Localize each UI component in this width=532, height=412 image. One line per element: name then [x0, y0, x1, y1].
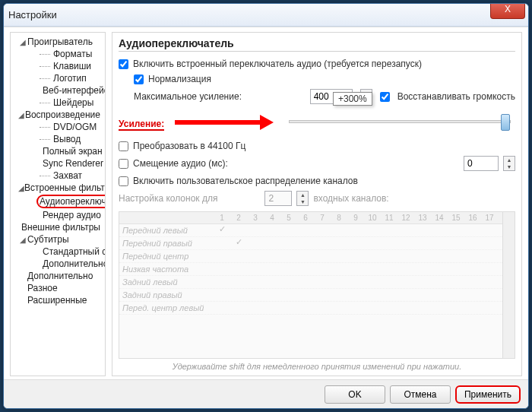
ok-button[interactable]: OK: [325, 385, 385, 404]
slider-thumb[interactable]: [501, 114, 510, 131]
normalize-label: Нормализация: [148, 74, 211, 84]
tree-advanced[interactable]: Расширенные: [18, 294, 105, 306]
normalize-checkbox[interactable]: [134, 74, 144, 84]
audio-offset-spinner[interactable]: ▲▼: [503, 156, 515, 171]
body: ◢Проигрыватель Форматы Клавиши Логотип В…: [4, 27, 528, 379]
tree-subtitles[interactable]: ◢Субтитры: [18, 233, 105, 246]
window-title: Настройки: [8, 9, 57, 21]
tree-formats[interactable]: Форматы: [18, 48, 105, 60]
spin-up-icon: ▲: [504, 157, 515, 163]
cancel-button[interactable]: Отмена: [390, 385, 451, 404]
tree-sync[interactable]: Sync Renderer: [18, 157, 105, 170]
dialog-buttons: OK Отмена Применить: [4, 379, 528, 408]
apply-button[interactable]: Применить: [455, 385, 521, 404]
sidebar-tree[interactable]: ◢Проигрыватель Форматы Клавиши Логотип В…: [10, 32, 106, 376]
scrollbar[interactable]: [502, 212, 515, 358]
table-row: Перед. центр левый: [119, 302, 515, 315]
cols-suffix: входных каналов:: [313, 193, 388, 204]
audio-offset-input[interactable]: [464, 156, 499, 171]
user-layout-label: Включить пользовательское распределение …: [133, 176, 358, 186]
tree-render-audio[interactable]: Рендер аудио: [18, 209, 105, 221]
panel-heading: Аудиопереключатель: [119, 37, 515, 52]
collapse-icon[interactable]: ◢: [18, 236, 27, 244]
collapse-icon[interactable]: ◢: [18, 111, 25, 119]
cols-spinner: ▲▼: [296, 191, 309, 206]
convert-44100-label: Преобразовать в 44100 Гц: [133, 141, 245, 151]
tree-std-style[interactable]: Стандартный стиль: [18, 246, 105, 258]
settings-panel: Аудиопереключатель Включить встроенный п…: [112, 32, 522, 376]
hint-text: Удерживайте shift для немедленного приня…: [119, 362, 515, 371]
spin-up-icon: ▲: [297, 192, 308, 198]
close-button[interactable]: X: [490, 3, 525, 19]
tree-extra2[interactable]: Дополнительно: [18, 270, 105, 282]
collapse-icon[interactable]: ◢: [18, 184, 24, 192]
tree-misc[interactable]: Разное: [18, 282, 105, 294]
cols-input: [264, 191, 292, 206]
tree-ext-filters[interactable]: Внешние фильтры: [18, 221, 105, 233]
tree-web[interactable]: Веб-интерфейс: [18, 84, 105, 97]
settings-window: Настройки X ◢Проигрыватель Форматы Клави…: [3, 3, 529, 409]
tree-dvd[interactable]: DVD/OGM: [18, 121, 105, 133]
cols-label: Настройка колонок для: [119, 193, 217, 204]
tree-shaders[interactable]: Шейдеры: [18, 97, 105, 109]
audio-offset-label: Смещение аудио (мс):: [133, 158, 228, 169]
tree-logo[interactable]: Логотип: [18, 72, 105, 84]
max-gain-label: Максимальное усиление:: [134, 91, 242, 102]
tree-audio-switcher[interactable]: Аудиопереключатель: [18, 194, 105, 209]
audio-offset-checkbox[interactable]: [119, 159, 128, 169]
arrow-icon: [175, 114, 274, 129]
spin-down-icon: ▼: [504, 163, 515, 170]
user-layout-checkbox[interactable]: [119, 176, 128, 186]
channel-table: 123456789101112131415161718 Передний лев…: [119, 211, 515, 359]
tree-player[interactable]: ◢Проигрыватель: [18, 36, 105, 48]
enable-switcher-checkbox[interactable]: [119, 59, 128, 69]
tooltip: +300%: [333, 92, 372, 106]
spin-down-icon: ▼: [297, 198, 308, 205]
table-row: Передний центр: [119, 250, 515, 263]
convert-44100-checkbox[interactable]: [119, 141, 128, 151]
tree-output[interactable]: Вывод: [18, 133, 105, 145]
table-row: Задний правый: [119, 289, 515, 302]
tree-extra[interactable]: Дополнительно: [18, 258, 105, 270]
table-row: Низкая частота: [119, 263, 515, 276]
tree-capture[interactable]: Захват: [18, 170, 105, 182]
enable-switcher-label: Включить встроенный переключатель аудио …: [133, 59, 422, 69]
gain-label: Усиление:: [119, 119, 164, 131]
titlebar: Настройки X: [4, 4, 528, 27]
restore-volume-checkbox[interactable]: [380, 92, 390, 102]
tree-fullscreen[interactable]: Полный экран: [18, 145, 105, 157]
tree-builtin[interactable]: ◢Встроенные фильтры: [18, 182, 105, 194]
gain-slider[interactable]: [289, 120, 511, 123]
tree-playback[interactable]: ◢Воспроизведение: [18, 109, 105, 121]
tree-keys[interactable]: Клавиши: [18, 60, 105, 72]
collapse-icon[interactable]: ◢: [18, 38, 27, 46]
table-row: Задний левый: [119, 276, 515, 289]
restore-volume-label: Восстанавливать громкость: [397, 91, 515, 102]
table-row: Передний правый✓: [119, 237, 515, 250]
table-row: Передний левый✓: [119, 224, 515, 237]
